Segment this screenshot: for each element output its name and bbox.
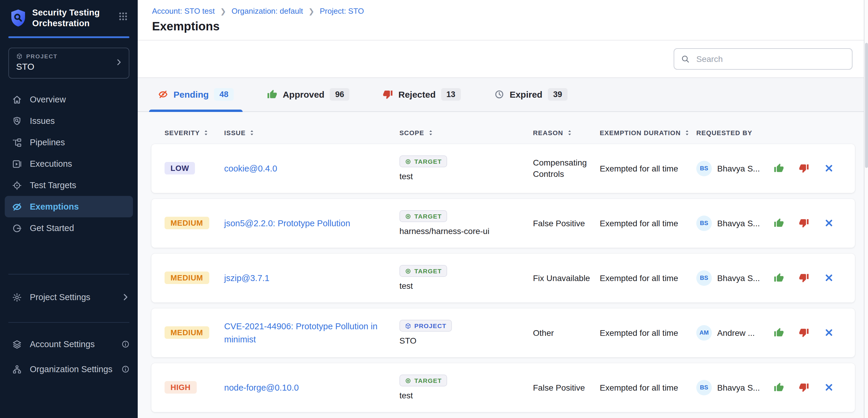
sidebar-item-exemptions[interactable]: Exemptions xyxy=(5,196,133,218)
column-header[interactable]: REASON xyxy=(533,129,600,136)
issue-link[interactable]: jszip@3.7.1 xyxy=(224,272,280,285)
reject-button[interactable] xyxy=(799,328,809,338)
breadcrumb-organization-link[interactable]: Organization: default xyxy=(231,6,303,15)
issue-link[interactable]: cookie@0.4.0 xyxy=(224,162,288,175)
dismiss-button[interactable] xyxy=(824,328,834,338)
requested-by-name: Andrew ... xyxy=(717,328,755,338)
requested-by-cell: BS Bhavya S... xyxy=(696,270,774,286)
column-header[interactable]: EXEMPTION DURATION xyxy=(600,129,696,136)
approve-button[interactable] xyxy=(774,218,784,228)
sidebar-item-pipelines[interactable]: Pipelines xyxy=(0,132,138,153)
approve-button[interactable] xyxy=(774,383,784,393)
sidebar-item-issues[interactable]: Issues xyxy=(0,110,138,132)
tab-expired[interactable]: Expired 39 xyxy=(485,78,577,111)
thumbs-down-icon xyxy=(799,164,809,174)
breadcrumb-separator: ❯ xyxy=(309,7,314,15)
approve-button[interactable] xyxy=(774,164,784,174)
avatar: BS xyxy=(696,270,712,286)
avatar: BS xyxy=(696,380,712,395)
sort-icon xyxy=(203,129,209,136)
severity-cell: MEDIUM xyxy=(164,272,224,284)
cube-icon xyxy=(405,323,411,329)
row-actions xyxy=(774,218,842,228)
info-icon[interactable] xyxy=(120,365,130,374)
tab-label: Expired xyxy=(510,90,542,100)
requested-by-name: Bhavya S... xyxy=(717,218,760,228)
approve-button[interactable] xyxy=(774,273,784,283)
close-icon xyxy=(824,328,834,338)
column-header[interactable]: ISSUE xyxy=(224,129,399,136)
dismiss-button[interactable] xyxy=(824,383,834,393)
scope-badge-label: PROJECT xyxy=(414,322,446,329)
severity-badge: LOW xyxy=(164,162,195,175)
sidebar-item-label: Executions xyxy=(30,159,72,169)
dismiss-button[interactable] xyxy=(824,273,834,283)
column-header[interactable]: SEVERITY xyxy=(164,129,224,136)
table-row: MEDIUM json5@2.2.0: Prototype Pollution xyxy=(151,199,855,248)
eye-slash-icon xyxy=(12,202,22,212)
avatar: AM xyxy=(696,325,712,341)
column-header[interactable]: REQUESTED BY xyxy=(696,129,774,136)
issue-cell: node-forge@0.10.0 xyxy=(224,381,399,394)
sidebar-item-get-started[interactable]: Get Started xyxy=(0,218,138,239)
reject-button[interactable] xyxy=(799,218,809,228)
approve-button[interactable] xyxy=(774,328,784,338)
scope-badge: PROJECT xyxy=(399,320,452,332)
breadcrumb-project-link[interactable]: Project: STO xyxy=(320,6,364,15)
severity-cell: LOW xyxy=(164,162,224,175)
sidebar-item-label: Project Settings xyxy=(30,293,90,302)
tab-rejected[interactable]: Rejected 13 xyxy=(374,78,470,111)
scope-badge-label: TARGET xyxy=(414,158,442,165)
requested-by-cell: BS Bhavya S... xyxy=(696,161,774,176)
sidebar-item-organization-settings[interactable]: Organization Settings xyxy=(0,357,138,381)
chevron-right-icon xyxy=(120,293,130,302)
clock-icon xyxy=(494,90,504,100)
severity-badge: MEDIUM xyxy=(164,326,209,339)
apps-grid-icon xyxy=(118,11,128,22)
sidebar-item-overview[interactable]: Overview xyxy=(0,89,138,110)
status-tabs: Pending 48 Approved 96 Rejected 13 xyxy=(138,78,868,112)
reject-button[interactable] xyxy=(799,164,809,174)
scope-name: test xyxy=(399,281,413,291)
close-icon xyxy=(824,218,834,228)
tab-pending[interactable]: Pending 48 xyxy=(149,78,243,111)
issue-cell: jszip@3.7.1 xyxy=(224,272,399,285)
issue-link[interactable]: node-forge@0.10.0 xyxy=(224,381,309,394)
search-input[interactable] xyxy=(674,48,852,70)
org-chart-icon xyxy=(12,364,22,375)
dismiss-button[interactable] xyxy=(824,164,834,174)
thumbs-down-icon xyxy=(799,218,809,228)
sidebar-divider xyxy=(8,322,129,323)
issue-cell: CVE-2021-44906: Prototype Pollution in m… xyxy=(224,319,399,346)
column-header[interactable]: SCOPE xyxy=(399,129,533,136)
sidebar-item-test-targets[interactable]: Test Targets xyxy=(0,175,138,196)
reason-cell: False Positive xyxy=(533,382,600,393)
play-box-icon xyxy=(12,159,22,169)
severity-badge: MEDIUM xyxy=(164,217,209,230)
info-icon[interactable] xyxy=(120,340,130,349)
column-header-label: SEVERITY xyxy=(164,129,200,136)
scrollbar[interactable] xyxy=(864,0,868,418)
reject-button[interactable] xyxy=(799,273,809,283)
scope-name: test xyxy=(399,172,413,181)
avatar: BS xyxy=(696,215,712,231)
duration-cell: Exempted for all time xyxy=(600,272,696,284)
shield-search-icon xyxy=(12,116,22,126)
tab-approved[interactable]: Approved 96 xyxy=(258,78,358,111)
target-icon xyxy=(405,159,411,165)
sidebar-item-label: Organization Settings xyxy=(30,365,113,374)
breadcrumb-account-link[interactable]: Account: STO test xyxy=(152,6,215,15)
scrollbar-thumb[interactable] xyxy=(865,43,868,168)
issue-link[interactable]: CVE-2021-44906: Prototype Pollution in m… xyxy=(224,319,399,346)
module-switcher-button[interactable] xyxy=(118,11,128,23)
sidebar-item-project-settings[interactable]: Project Settings xyxy=(0,285,138,309)
project-selector[interactable]: PROJECT STO xyxy=(8,48,129,79)
sidebar-item-executions[interactable]: Executions xyxy=(0,153,138,175)
scope-badge: TARGET xyxy=(399,265,447,277)
sidebar-item-account-settings[interactable]: Account Settings xyxy=(0,333,138,356)
tab-count-badge: 96 xyxy=(330,89,349,101)
dismiss-button[interactable] xyxy=(824,218,834,228)
thumbs-up-icon xyxy=(774,383,784,393)
issue-link[interactable]: json5@2.2.0: Prototype Pollution xyxy=(224,217,361,230)
reject-button[interactable] xyxy=(799,383,809,393)
